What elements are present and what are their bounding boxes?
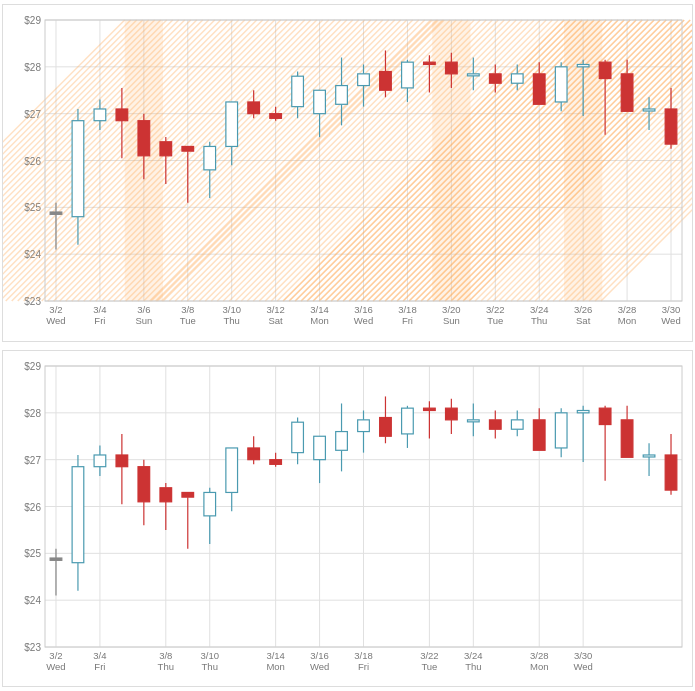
chart-container: $23$24$25$26$27$28$293/2Wed3/4Fri3/6Sun3…: [0, 0, 695, 691]
svg-text:$29: $29: [24, 15, 41, 26]
svg-text:3/24: 3/24: [530, 304, 549, 315]
svg-text:Tue: Tue: [180, 315, 196, 326]
svg-rect-402: [336, 431, 348, 450]
svg-text:$27: $27: [24, 454, 41, 465]
svg-rect-399: [314, 436, 326, 459]
svg-text:Fri: Fri: [358, 661, 369, 672]
svg-text:3/16: 3/16: [310, 650, 329, 661]
svg-rect-387: [226, 447, 238, 491]
bottom-chart-svg: $23$24$25$26$27$28$293/2Wed3/4Fri3/8Thu3…: [3, 351, 692, 687]
svg-rect-369: [94, 454, 106, 466]
svg-text:Thu: Thu: [158, 661, 174, 672]
svg-text:Wed: Wed: [354, 315, 373, 326]
svg-text:3/24: 3/24: [464, 650, 483, 661]
svg-text:Fri: Fri: [94, 315, 105, 326]
svg-text:Thu: Thu: [531, 315, 547, 326]
svg-rect-272: [380, 72, 392, 91]
svg-text:3/12: 3/12: [266, 304, 285, 315]
svg-rect-423: [489, 419, 501, 428]
svg-rect-390: [248, 447, 260, 459]
svg-text:Sat: Sat: [269, 315, 284, 326]
svg-text:3/22: 3/22: [486, 304, 505, 315]
svg-rect-251: [226, 102, 238, 146]
svg-text:3/14: 3/14: [266, 650, 285, 661]
svg-text:Tue: Tue: [487, 315, 503, 326]
svg-text:3/10: 3/10: [222, 304, 241, 315]
svg-rect-275: [402, 62, 414, 88]
svg-text:Wed: Wed: [46, 661, 65, 672]
bottom-chart-panel: $23$24$25$26$27$28$293/2Wed3/4Fri3/8Thu3…: [2, 350, 693, 688]
svg-rect-384: [204, 492, 216, 515]
svg-text:$23: $23: [24, 642, 41, 653]
svg-text:Mon: Mon: [618, 315, 636, 326]
svg-rect-396: [292, 422, 304, 452]
svg-text:3/6: 3/6: [137, 304, 150, 315]
svg-rect-444: [643, 454, 655, 456]
svg-text:Fri: Fri: [402, 315, 413, 326]
svg-rect-426: [511, 419, 523, 428]
svg-text:$25: $25: [24, 548, 41, 559]
svg-text:3/8: 3/8: [159, 650, 172, 661]
svg-text:3/14: 3/14: [310, 304, 329, 315]
svg-text:3/10: 3/10: [200, 650, 219, 661]
svg-rect-248: [204, 146, 216, 169]
svg-rect-284: [467, 74, 479, 76]
svg-text:$28: $28: [24, 62, 41, 73]
svg-rect-263: [314, 90, 326, 113]
svg-rect-432: [555, 412, 567, 447]
svg-rect-245: [182, 146, 194, 151]
svg-rect-290: [511, 74, 523, 83]
svg-text:$28: $28: [24, 407, 41, 418]
svg-rect-366: [72, 466, 84, 562]
svg-rect-447: [665, 454, 677, 489]
svg-rect-420: [467, 419, 479, 421]
svg-text:Sat: Sat: [576, 315, 591, 326]
svg-text:3/2: 3/2: [49, 304, 62, 315]
svg-rect-378: [160, 487, 172, 501]
svg-text:$26: $26: [24, 501, 41, 512]
svg-text:3/28: 3/28: [618, 304, 637, 315]
svg-rect-266: [336, 86, 348, 105]
svg-text:$29: $29: [24, 361, 41, 372]
svg-text:Fri: Fri: [94, 661, 105, 672]
svg-rect-313: [3, 351, 692, 687]
svg-rect-242: [160, 142, 172, 156]
svg-text:$24: $24: [24, 595, 41, 606]
svg-rect-287: [489, 74, 501, 83]
svg-rect-438: [599, 408, 611, 424]
svg-rect-278: [424, 62, 436, 64]
svg-rect-429: [533, 419, 545, 449]
svg-text:Wed: Wed: [310, 661, 329, 672]
svg-rect-372: [116, 454, 128, 466]
svg-text:3/18: 3/18: [398, 304, 417, 315]
svg-rect-441: [621, 419, 633, 456]
svg-rect-308: [643, 109, 655, 111]
svg-text:Mon: Mon: [530, 661, 548, 672]
top-chart-svg: $23$24$25$26$27$28$293/2Wed3/4Fri3/6Sun3…: [3, 5, 692, 341]
svg-rect-299: [577, 64, 589, 66]
svg-rect-269: [358, 74, 370, 86]
svg-rect-260: [292, 76, 304, 106]
svg-text:3/22: 3/22: [420, 650, 439, 661]
svg-text:3/26: 3/26: [574, 304, 593, 315]
svg-rect-281: [446, 62, 458, 74]
svg-text:Wed: Wed: [573, 661, 592, 672]
svg-text:Wed: Wed: [661, 315, 680, 326]
svg-rect-414: [424, 408, 436, 410]
svg-rect-230: [72, 121, 84, 217]
svg-rect-381: [182, 492, 194, 497]
svg-rect-296: [555, 67, 567, 102]
svg-rect-227: [50, 212, 62, 214]
svg-text:Sun: Sun: [443, 315, 460, 326]
svg-rect-375: [138, 466, 150, 501]
svg-rect-293: [533, 74, 545, 104]
svg-text:3/20: 3/20: [442, 304, 461, 315]
svg-rect-435: [577, 410, 589, 412]
svg-text:Sun: Sun: [135, 315, 152, 326]
svg-text:Tue: Tue: [421, 661, 437, 672]
svg-text:Wed: Wed: [46, 315, 65, 326]
svg-rect-239: [138, 121, 150, 156]
svg-text:Mon: Mon: [266, 661, 284, 672]
svg-text:Thu: Thu: [224, 315, 240, 326]
svg-text:3/4: 3/4: [93, 304, 106, 315]
